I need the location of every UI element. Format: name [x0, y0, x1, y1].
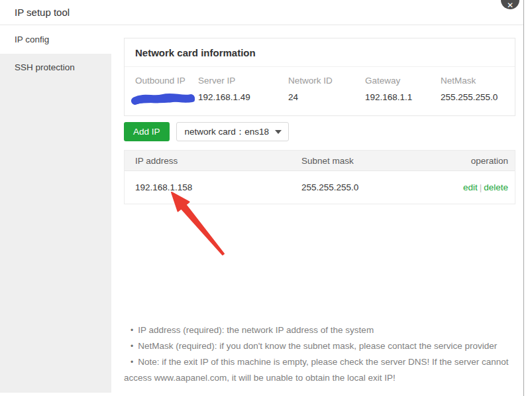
- modal-header: IP setup tool: [0, 0, 523, 25]
- field-value: 255.255.255.0: [441, 92, 513, 104]
- field-label: Server IP: [198, 76, 288, 86]
- field-label: Network ID: [288, 76, 365, 86]
- sidebar-item-ip-config[interactable]: IP config: [0, 26, 111, 54]
- cell-operation: edit|delete: [454, 181, 515, 194]
- field-network-id: Network ID 24: [288, 76, 365, 104]
- edit-link[interactable]: edit: [463, 182, 478, 192]
- note-item: •NetMask (required): if you don't know t…: [124, 338, 521, 354]
- bullet-icon: •: [131, 326, 133, 335]
- col-header-subnet-mask: Subnet mask: [301, 156, 454, 166]
- network-card-panel: Network card information Outbound IP Ser…: [124, 38, 515, 116]
- field-gateway: Gateway 192.168.1.1: [365, 76, 441, 104]
- note-item: •IP address (required): the network IP a…: [124, 322, 521, 338]
- field-label: Outbound IP: [135, 76, 198, 86]
- modal-title: IP setup tool: [15, 0, 70, 25]
- col-header-operation: operation: [454, 155, 515, 167]
- cell-subnet-mask: 255.255.255.0: [301, 182, 454, 192]
- field-label: NetMask: [441, 76, 513, 86]
- panel-fields: Outbound IP Server IP 192.168.1.49 Netwo…: [125, 67, 515, 115]
- sidebar-item-ssh-protection[interactable]: SSH protection: [0, 54, 111, 82]
- field-value: 24: [288, 92, 365, 104]
- ip-setup-tool-modal: IP setup tool ✕ IP config SSH protection…: [0, 0, 532, 396]
- sidebar: IP config SSH protection: [0, 26, 111, 393]
- note-text: IP address (required): the network IP ad…: [138, 325, 374, 335]
- note-text: NetMask (required): if you don't know th…: [138, 341, 497, 351]
- col-header-ip-address: IP address: [125, 156, 301, 166]
- note-text: Note: if the exit IP of this machine is …: [124, 357, 508, 383]
- add-ip-button[interactable]: Add IP: [124, 122, 170, 141]
- field-label: Gateway: [365, 76, 441, 86]
- annotation-arrow-icon: [164, 188, 231, 257]
- field-value: 192.168.1.1: [365, 92, 441, 104]
- note-item: •Note: if the exit IP of this machine is…: [124, 354, 521, 386]
- network-card-select[interactable]: network card：ens18: [176, 122, 290, 141]
- field-netmask: NetMask 255.255.255.0: [441, 76, 513, 104]
- network-card-select-value: network card：ens18: [185, 126, 270, 138]
- field-value: 192.168.1.49: [198, 92, 288, 104]
- field-value-redacted: [135, 92, 198, 104]
- panel-title: Network card information: [125, 38, 515, 67]
- operation-separator: |: [480, 182, 482, 192]
- redaction-scribble: [131, 92, 196, 105]
- toolbar: Add IP network card：ens18: [124, 122, 523, 141]
- modal-right-border: [523, 0, 524, 396]
- notes-list: •IP address (required): the network IP a…: [124, 322, 521, 386]
- chevron-down-icon: [275, 130, 282, 134]
- bullet-icon: •: [131, 358, 133, 367]
- bullet-icon: •: [131, 342, 133, 351]
- field-outbound-ip: Outbound IP: [135, 76, 198, 104]
- ip-table-header: IP address Subnet mask operation: [125, 151, 515, 171]
- delete-link[interactable]: delete: [484, 182, 508, 192]
- field-server-ip: Server IP 192.168.1.49: [198, 76, 288, 104]
